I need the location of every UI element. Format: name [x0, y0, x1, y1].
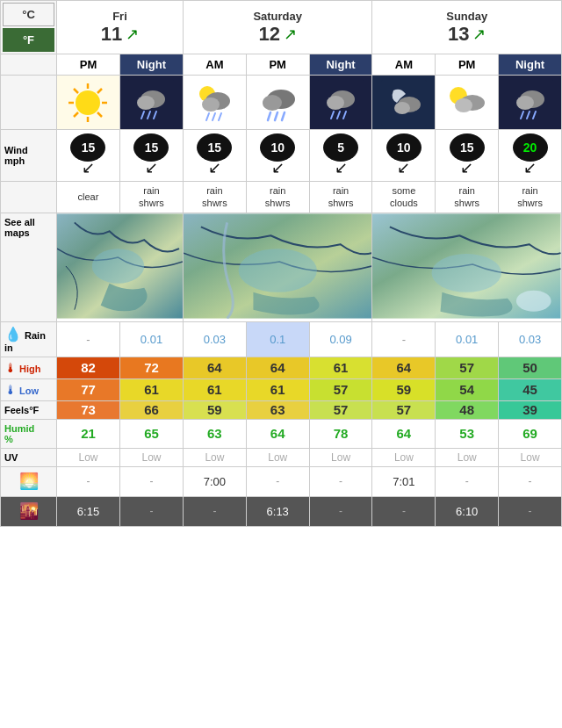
wind-fri-pm: 15 ↙ [57, 130, 120, 182]
wx-icon-sat-night [309, 76, 372, 130]
uv-sun-pm: Low [436, 448, 499, 466]
wind-arrow-sat-pm: ↙ [271, 158, 285, 177]
wx-icon-fri-night [119, 76, 183, 130]
cond-sun-am: someclouds [372, 182, 436, 213]
sunrise-row: 🌅 - - 7:00 - - 7:01 - - [1, 466, 562, 496]
wind-arrow-sun-night: ↙ [523, 158, 537, 177]
map-sun[interactable] [372, 213, 562, 321]
cond-sat-pm: rainshwrs [246, 182, 309, 213]
sunset-sat-pm: 6:13 [246, 496, 309, 526]
saturday-label: Saturday [187, 10, 369, 23]
svg-line-6 [97, 112, 102, 117]
high-sun-am: 64 [372, 357, 436, 378]
svg-line-7 [97, 89, 102, 93]
rain-sun-am: - [372, 321, 436, 357]
humid-fri-pm: 21 [57, 419, 120, 448]
map-sat[interactable] [183, 213, 372, 321]
feels-fri-night: 66 [119, 400, 183, 419]
sunday-date: 13 [448, 23, 469, 46]
humid-sat-night: 78 [309, 419, 372, 448]
humid-sun-pm: 53 [436, 419, 499, 448]
uv-fri-night: Low [119, 448, 183, 466]
svg-point-37 [455, 98, 472, 112]
uv-label: UV [1, 448, 57, 466]
wind-arrow-fri-night: ↙ [145, 158, 158, 177]
high-sat-am: 64 [183, 357, 246, 378]
icon-label-empty [1, 76, 57, 130]
humid-sun-am: 64 [372, 419, 436, 448]
saturday-date: 12 [258, 23, 279, 46]
wind-sat-am: 15 ↙ [183, 130, 246, 182]
map-fri[interactable] [57, 213, 184, 321]
feels-fri-pm: 73 [57, 400, 120, 419]
sunset-sun-night: - [499, 496, 562, 526]
low-sun-am: 59 [372, 378, 436, 400]
humid-fri-night: 65 [119, 419, 183, 448]
wx-icon-sat-am [183, 76, 246, 130]
rain-fri-pm: - [57, 321, 120, 357]
high-sat-pm: 64 [246, 357, 309, 378]
uv-sun-night: Low [499, 448, 562, 466]
period-row: PM Night AM PM Night AM PM Night [1, 54, 562, 76]
low-fri-night: 61 [119, 378, 183, 400]
svg-point-47 [239, 249, 317, 292]
low-fri-pm: 77 [57, 378, 120, 400]
saturday-header: Saturday 12 ↗ [183, 1, 372, 54]
feels-sat-am: 59 [183, 400, 246, 419]
sunday-expand-icon[interactable]: ↗ [472, 25, 486, 44]
sunset-sun-am: - [372, 496, 436, 526]
celsius-button[interactable]: °C [3, 3, 54, 26]
sunset-icon: 🌇 [19, 502, 39, 520]
wind-arrow-sun-am: ↙ [397, 158, 410, 177]
svg-line-8 [74, 112, 78, 117]
sunday-label: Sunday [376, 10, 558, 23]
uv-sat-night: Low [309, 448, 372, 466]
humid-sat-am: 63 [183, 419, 246, 448]
feels-row: Feels°F 73 66 59 63 57 57 48 39 [1, 400, 562, 419]
high-sat-night: 61 [309, 357, 372, 378]
sunrise-sat-pm: - [246, 466, 309, 496]
period-sat-am: AM [183, 54, 246, 76]
svg-point-28 [327, 96, 344, 110]
fahrenheit-button[interactable]: °F [3, 28, 54, 52]
period-sat-night: Night [309, 54, 372, 76]
low-sat-am: 61 [183, 378, 246, 400]
feels-sun-night: 39 [499, 400, 562, 419]
thermometer-high-icon: 🌡 [4, 361, 17, 375]
svg-point-45 [92, 249, 145, 284]
wind-sun-am: 10 ↙ [372, 130, 436, 182]
rain-drop-icon: 💧 [4, 327, 22, 342]
map-row: See allmaps [1, 213, 562, 321]
cond-sun-pm: rainshwrs [436, 182, 499, 213]
cond-fri-night: rainshwrs [119, 182, 183, 213]
fri-header: Fri 11 ↗ [57, 1, 184, 54]
fri-expand-icon[interactable]: ↗ [126, 25, 139, 44]
partly-cloudy-icon [444, 80, 490, 126]
partly-cloudy-night-icon [381, 80, 427, 126]
high-sun-pm: 57 [436, 357, 499, 378]
high-label: 🌡 High [1, 357, 57, 378]
unit-col: °C °F [1, 1, 57, 54]
wind-arrow-fri-pm: ↙ [82, 158, 95, 177]
humidity-row: Humid% 21 65 63 64 78 64 53 69 [1, 419, 562, 448]
map-svg-sat [184, 213, 372, 319]
humid-sun-night: 69 [499, 419, 562, 448]
rain-label: 💧 Rainin [1, 321, 57, 357]
uv-fri-pm: Low [57, 448, 120, 466]
wind-arrow-sun-pm: ↙ [460, 158, 473, 177]
maps-label[interactable]: See allmaps [1, 213, 57, 321]
wx-icon-sat-pm [246, 76, 309, 130]
low-row: 🌡 Low 77 61 61 61 57 59 54 45 [1, 378, 562, 400]
wind-row: Windmph 15 ↙ 15 ↙ 15 ↙ [1, 130, 562, 182]
sunset-row: 🌇 6:15 - - 6:13 - - 6:10 - [1, 496, 562, 526]
sunset-sun-pm: 6:10 [436, 496, 499, 526]
uv-sun-am: Low [372, 448, 436, 466]
saturday-expand-icon[interactable]: ↗ [284, 25, 297, 44]
sunrise-sun-am: 7:01 [372, 466, 436, 496]
day-header-row: °C °F Fri 11 ↗ Saturday 12 ↗ [1, 1, 562, 54]
fri-date: 11 [101, 23, 122, 46]
partly-cloudy-rain-icon [191, 80, 237, 126]
wind-label: Windmph [1, 130, 57, 182]
humid-sat-pm: 64 [246, 419, 309, 448]
rain-sun-night: 0.03 [499, 321, 562, 357]
